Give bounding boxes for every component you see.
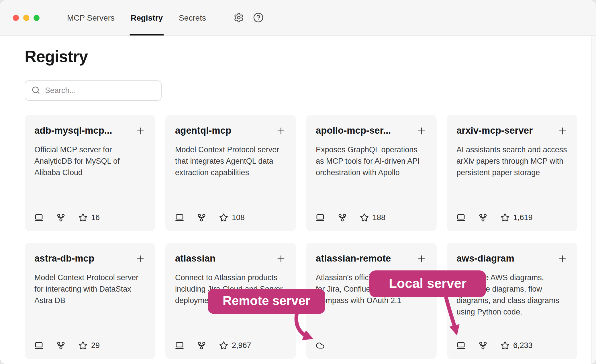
server-name: atlassian xyxy=(175,253,215,264)
server-description: Model Context Protocol server for intera… xyxy=(34,272,146,306)
star-rating: 1,619 xyxy=(501,213,533,222)
server-description: AI assistants search and access arXiv pa… xyxy=(456,144,568,178)
star-rating: 2,967 xyxy=(219,341,251,350)
server-card[interactable]: apollo-mcp-ser... Exposes GraphQL operat… xyxy=(306,115,437,231)
add-server-button[interactable] xyxy=(557,126,568,136)
server-name: agentql-mcp xyxy=(175,125,231,136)
star-icon xyxy=(219,341,228,350)
server-card[interactable]: agentql-mcp Model Context Protocol serve… xyxy=(165,115,296,231)
star-count: 16 xyxy=(91,213,100,222)
plus-icon xyxy=(276,126,286,136)
server-description: Exposes GraphQL operations as MCP tools … xyxy=(316,144,427,178)
scrollbar-track[interactable] xyxy=(591,36,596,364)
search-icon xyxy=(32,86,40,96)
laptop-icon xyxy=(316,213,325,222)
plus-icon xyxy=(416,126,427,136)
server-grid: adb-mysql-mcp... Official MCP server for… xyxy=(25,115,596,359)
server-description: Model Context Protocol server that integ… xyxy=(175,144,286,178)
star-count: 1,619 xyxy=(513,213,533,222)
server-card[interactable]: adb-mysql-mcp... Official MCP server for… xyxy=(25,115,155,231)
plus-icon xyxy=(135,254,146,264)
server-name: aws-diagram xyxy=(456,253,514,264)
star-icon xyxy=(360,213,369,222)
laptop-icon xyxy=(175,213,184,222)
git-fork-icon xyxy=(197,213,206,222)
star-count: 108 xyxy=(232,213,245,222)
add-server-button[interactable] xyxy=(416,126,427,136)
help-icon xyxy=(253,12,264,24)
plus-icon xyxy=(416,254,427,264)
gear-icon xyxy=(234,12,244,24)
titlebar-divider xyxy=(222,10,222,26)
git-fork-icon xyxy=(338,213,347,222)
server-description: Official MCP server for AnalyticDB for M… xyxy=(34,144,146,178)
app-window: MCP Servers Registry Secrets Registry ad xyxy=(0,0,596,364)
main-tabs: MCP Servers Registry Secrets xyxy=(59,0,214,35)
tab-mcp-servers[interactable]: MCP Servers xyxy=(67,0,115,35)
cloud-icon xyxy=(316,341,325,350)
laptop-icon xyxy=(456,341,465,350)
plus-icon xyxy=(557,126,568,136)
zoom-button[interactable] xyxy=(34,15,40,21)
titlebar: MCP Servers Registry Secrets xyxy=(0,0,596,36)
server-name: adb-mysql-mcp... xyxy=(34,125,112,136)
tab-registry[interactable]: Registry xyxy=(131,0,163,35)
star-icon xyxy=(79,341,87,350)
star-count: 29 xyxy=(91,341,100,350)
star-rating: 108 xyxy=(219,213,245,222)
star-rating: 188 xyxy=(360,213,385,222)
add-server-button[interactable] xyxy=(276,126,286,136)
close-button[interactable] xyxy=(13,15,19,21)
help-button[interactable] xyxy=(252,11,265,25)
add-server-button[interactable] xyxy=(135,126,146,136)
star-count: 2,967 xyxy=(232,341,251,350)
server-card[interactable]: arxiv-mcp-server AI assistants search an… xyxy=(447,115,577,231)
star-icon xyxy=(219,213,228,222)
git-fork-icon xyxy=(197,341,206,350)
tab-secrets[interactable]: Secrets xyxy=(179,0,206,35)
server-card[interactable]: astra-db-mcp Model Context Protocol serv… xyxy=(25,243,155,359)
add-server-button[interactable] xyxy=(557,254,568,264)
star-icon xyxy=(79,213,87,222)
plus-icon xyxy=(557,254,568,264)
star-rating: 29 xyxy=(79,341,100,350)
git-fork-icon xyxy=(56,213,65,222)
git-fork-icon xyxy=(56,341,65,350)
search-box xyxy=(25,80,162,101)
server-card[interactable]: aws-diagram Generate AWS diagrams, seque… xyxy=(447,243,577,359)
git-fork-icon xyxy=(479,213,487,222)
server-card[interactable]: atlassian-remote Atlassian's official re… xyxy=(306,243,437,359)
server-name: arxiv-mcp-server xyxy=(456,125,533,136)
add-server-button[interactable] xyxy=(276,254,286,264)
page-title: Registry xyxy=(25,47,596,66)
server-name: apollo-mcp-ser... xyxy=(316,125,391,136)
git-fork-icon xyxy=(479,341,487,350)
star-icon xyxy=(501,341,509,350)
server-name: atlassian-remote xyxy=(316,253,391,264)
laptop-icon xyxy=(34,213,43,222)
star-rating: 16 xyxy=(79,213,100,222)
star-count: 188 xyxy=(372,213,385,222)
laptop-icon xyxy=(34,341,43,350)
laptop-icon xyxy=(175,341,184,350)
plus-icon xyxy=(135,126,146,136)
add-server-button[interactable] xyxy=(135,254,146,264)
minimize-button[interactable] xyxy=(23,15,29,21)
star-count: 6,233 xyxy=(513,341,533,350)
star-icon xyxy=(501,213,509,222)
add-server-button[interactable] xyxy=(416,254,427,264)
star-rating: 6,233 xyxy=(501,341,533,350)
settings-button[interactable] xyxy=(232,11,246,25)
laptop-icon xyxy=(456,213,465,222)
plus-icon xyxy=(276,254,286,264)
search-input[interactable] xyxy=(45,86,155,95)
remote-server-annotation: Remote server xyxy=(208,289,325,314)
local-server-annotation: Local server xyxy=(369,270,486,297)
server-name: astra-db-mcp xyxy=(34,253,94,264)
traffic-lights xyxy=(0,15,40,21)
